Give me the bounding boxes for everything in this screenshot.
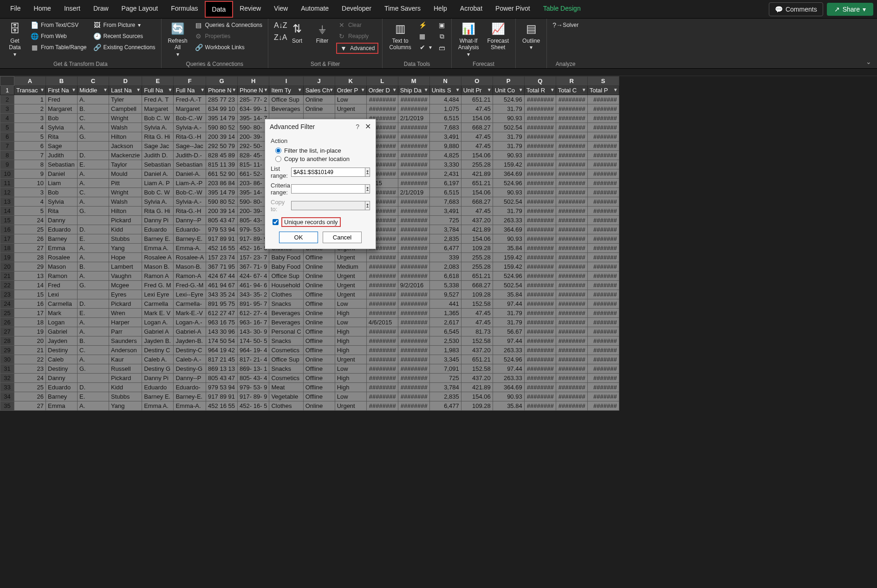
cell[interactable]: 9,527 [429, 290, 461, 299]
recent-sources-button[interactable]: 🕘Recent Sources [91, 32, 157, 41]
column-header[interactable]: K [335, 77, 366, 86]
sort-button[interactable]: ⇅ Sort [286, 20, 308, 46]
dialog-close-button[interactable]: ✕ [365, 122, 371, 131]
cell[interactable]: 27 [14, 401, 46, 411]
cell[interactable]: 364.69 [493, 225, 524, 234]
cell[interactable]: A. [78, 401, 109, 411]
cell[interactable]: Vaughn [109, 271, 142, 281]
cell[interactable]: ######## [524, 299, 556, 309]
cell[interactable]: ######## [366, 253, 398, 262]
cell[interactable]: Emma [46, 244, 78, 253]
cell[interactable]: 90.93 [493, 392, 524, 401]
row-header[interactable]: 30 [0, 355, 14, 364]
cell[interactable]: 28 [14, 253, 46, 262]
row-header[interactable]: 27 [0, 327, 14, 336]
cell[interactable]: 2,617 [429, 318, 461, 327]
cell[interactable]: 343- 35- 2 [238, 290, 269, 299]
cell[interactable]: 152.58 [461, 364, 493, 374]
cell[interactable]: Meat [269, 383, 303, 392]
cell[interactable]: 805 43 47 [206, 216, 238, 225]
cell[interactable]: ######## [398, 346, 429, 355]
unique-records-checkbox[interactable] [273, 219, 279, 225]
filter-button[interactable]: ⏚ Filter [311, 20, 333, 46]
cell[interactable]: ######## [556, 179, 587, 188]
cell[interactable]: ######## [524, 253, 556, 262]
cell[interactable]: 6,197 [429, 179, 461, 188]
cell[interactable]: ######## [524, 95, 556, 104]
cell[interactable]: Destiny-C [174, 346, 206, 355]
cell[interactable]: Sylvia-A.- [174, 123, 206, 132]
cell[interactable]: A. [78, 318, 109, 327]
menu-item-help[interactable]: Help [427, 1, 454, 18]
cell[interactable]: 817- 21- 4 [238, 355, 269, 364]
menu-item-developer[interactable]: Developer [335, 1, 378, 18]
properties-button[interactable]: ⚙Properties [193, 32, 264, 41]
cell[interactable]: Bob-C.-W [174, 114, 206, 123]
cell[interactable]: 8 [14, 160, 46, 169]
cell[interactable]: ######## [556, 318, 587, 327]
cell[interactable]: Snacks [269, 336, 303, 346]
cell[interactable]: 963- 16- 7 [238, 318, 269, 327]
cell[interactable]: Caleb A. [142, 355, 174, 364]
row-header[interactable]: 19 [0, 253, 14, 262]
cell[interactable]: Low [335, 299, 366, 309]
cell[interactable]: ######## [524, 327, 556, 336]
cell[interactable]: A. [78, 179, 109, 188]
menu-item-formulas[interactable]: Formulas [164, 1, 204, 18]
cell[interactable]: A. [78, 244, 109, 253]
cell[interactable]: 157 23 74 [206, 253, 238, 262]
cell[interactable]: Mark [46, 309, 78, 318]
cell[interactable]: Mason-B. [174, 262, 206, 271]
field-header-cell[interactable]: Transac▼ [14, 86, 46, 95]
cell[interactable]: ######## [524, 309, 556, 318]
cell[interactable]: Urgent [335, 253, 366, 262]
column-header[interactable]: H [238, 77, 269, 86]
row-header[interactable]: 20 [0, 262, 14, 271]
cell[interactable]: Online [303, 355, 335, 364]
cell[interactable]: 5,338 [429, 281, 461, 290]
menu-item-data[interactable]: Data [205, 1, 234, 18]
cell[interactable]: Rita-G.-H [174, 132, 206, 142]
cell[interactable]: 828 45 89 [206, 151, 238, 160]
cell[interactable]: 668.27 [461, 281, 493, 290]
cell[interactable]: 97.44 [493, 336, 524, 346]
cell[interactable]: 20 [14, 336, 46, 346]
cell[interactable]: Caleb [46, 355, 78, 364]
cell[interactable]: Yang [109, 244, 142, 253]
menu-item-table-design[interactable]: Table Design [537, 1, 587, 18]
cell[interactable]: ######## [524, 383, 556, 392]
cell[interactable]: 154.06 [461, 114, 493, 123]
cell[interactable]: ####### [587, 216, 619, 225]
filter-dropdown-icon[interactable]: ▼ [200, 87, 205, 92]
cell[interactable]: Rosalee [46, 253, 78, 262]
cell[interactable]: ######## [398, 160, 429, 169]
cell[interactable]: Sebastian [142, 160, 174, 169]
cell[interactable]: A. [78, 197, 109, 207]
cell[interactable]: Sylvia A. [142, 123, 174, 132]
cell[interactable]: Urgent [335, 355, 366, 364]
cell[interactable]: 200 39 14 [206, 132, 238, 142]
cell[interactable]: A. [78, 355, 109, 364]
cell[interactable]: 24 [14, 216, 46, 225]
cell[interactable]: Rita-G.-H [174, 207, 206, 216]
cell[interactable]: ######## [398, 179, 429, 188]
cell[interactable]: 3,784 [429, 383, 461, 392]
row-header[interactable]: 28 [0, 336, 14, 346]
row-header[interactable]: 10 [0, 169, 14, 179]
cell[interactable]: 6,618 [429, 271, 461, 281]
cell[interactable]: ######## [366, 346, 398, 355]
cell[interactable]: ####### [587, 123, 619, 132]
cell[interactable]: ####### [587, 151, 619, 160]
cell[interactable]: 285- 77- 2 [238, 95, 269, 104]
cell[interactable]: B. [78, 336, 109, 346]
cell[interactable]: Fred-A.-T [174, 95, 206, 104]
filter-dropdown-icon[interactable]: ▼ [263, 87, 268, 92]
row-header[interactable]: 31 [0, 364, 14, 374]
cell[interactable]: ####### [587, 309, 619, 318]
cell[interactable]: ####### [587, 364, 619, 374]
cell[interactable]: 35.84 [493, 401, 524, 411]
cell[interactable]: ######## [524, 216, 556, 225]
cell[interactable]: Lexi Eyre [142, 290, 174, 299]
cell[interactable]: 3,491 [429, 207, 461, 216]
cell[interactable]: Sylvia [46, 123, 78, 132]
